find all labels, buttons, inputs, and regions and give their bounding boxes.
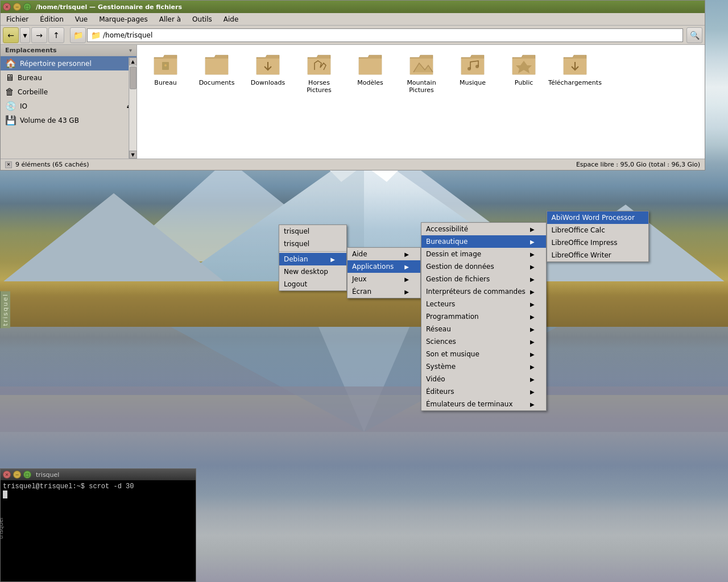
ctx-programmation[interactable]: Programmation ▶ [421, 310, 546, 323]
location-toggle[interactable]: 📁 [70, 27, 86, 43]
ctx-ecran-arrow: ▶ [404, 289, 409, 295]
sidebar-item-home[interactable]: 🏠 Répertoire personnel [1, 56, 136, 70]
ctx-abiword[interactable]: AbiWord Word Processor [547, 211, 648, 224]
up-button[interactable]: ↑ [48, 27, 64, 43]
debian-submenu: Aide ▶ Applications ▶ Jeux ▶ Écran ▶ [347, 247, 421, 298]
ctx-aide-arrow: ▶ [404, 251, 409, 257]
ctx-sciences[interactable]: Sciences ▶ [421, 335, 546, 348]
address-bar[interactable]: 📁 /home/trisquel [87, 28, 683, 42]
menu-fichier[interactable]: Fichier [3, 15, 32, 24]
terminal-minimize-button[interactable]: − [13, 471, 21, 479]
folder-bureau[interactable]: Bureau [143, 51, 188, 96]
ctx-bureautique[interactable]: Bureautique ▶ [421, 235, 546, 248]
ctx-systeme[interactable]: Système ▶ [421, 360, 546, 373]
ctx-dessin[interactable]: Dessin et image ▶ [421, 248, 546, 260]
ctx-gestion-donnees-arrow: ▶ [530, 264, 535, 270]
terminal-titlebar: ✕ − □ trisquel [1, 469, 196, 480]
search-button[interactable]: 🔍 [686, 27, 702, 43]
ctx-lecteurs[interactable]: Lecteurs ▶ [421, 298, 546, 310]
folder-telecharger-label: Téléchargements [548, 79, 602, 86]
ctx-interpreteurs[interactable]: Interpréteurs de commandes ▶ [421, 285, 546, 298]
ctx-editeurs-arrow: ▶ [530, 389, 535, 395]
ctx-trisquel-1[interactable]: trisquel [279, 225, 346, 238]
folder-mountain[interactable]: Mountain Pictures [399, 51, 444, 96]
minimize-button[interactable]: − [13, 3, 21, 11]
ctx-emulateurs[interactable]: Émulateurs de terminaux ▶ [421, 398, 546, 410]
file-manager-window: ✕ − □ /home/trisquel — Gestionnaire de f… [0, 0, 705, 171]
ctx-logout[interactable]: Logout [279, 278, 346, 290]
ctx-aide[interactable]: Aide ▶ [348, 248, 420, 260]
address-text: /home/trisquel [103, 31, 152, 39]
ctx-ecran[interactable]: Écran ▶ [348, 285, 420, 298]
ctx-accessibilite-arrow: ▶ [530, 226, 535, 232]
sidebar-item-corbeille[interactable]: 🗑 Corbeille [1, 85, 136, 99]
ctx-gestion-fichiers[interactable]: Gestion de fichiers ▶ [421, 273, 546, 285]
terminal-maximize-button[interactable]: □ [23, 471, 31, 479]
ctx-reseau[interactable]: Réseau ▶ [421, 323, 546, 335]
scroll-up-button[interactable]: ▲ [129, 57, 137, 65]
sidebar-item-label-home: Répertoire personnel [20, 60, 92, 68]
menu-vue[interactable]: Vue [72, 15, 91, 24]
folder-documents[interactable]: Documents [194, 51, 239, 96]
sidebar-header-label: Emplacements [5, 47, 57, 54]
folder-horses-icon [305, 53, 333, 77]
sidebar-item-label-bureau: Bureau [18, 74, 42, 82]
terminal-body[interactable]: trisquel@trisquel:~$ scrot -d 30 [1, 480, 196, 581]
ctx-son[interactable]: Son et musique ▶ [421, 348, 546, 360]
ctx-interpreteurs-arrow: ▶ [530, 289, 535, 295]
ctx-gestion-donnees[interactable]: Gestion de données ▶ [421, 260, 546, 273]
folder-downloads[interactable]: Downloads [245, 51, 291, 96]
ctx-libreoffice-impress[interactable]: LibreOffice Impress [547, 236, 648, 249]
maximize-button[interactable]: □ [23, 3, 31, 11]
ctx-video[interactable]: Vidéo ▶ [421, 373, 546, 385]
scroll-down-button[interactable]: ▼ [129, 151, 137, 159]
svg-point-14 [164, 64, 167, 66]
folder-horses[interactable]: Horses Pictures [296, 51, 342, 96]
ctx-jeux[interactable]: Jeux ▶ [348, 273, 420, 285]
folder-musique-label: Musique [460, 79, 486, 86]
folder-musique[interactable]: Musique [450, 51, 495, 96]
sidebar-header: Emplacements ▾ [1, 45, 136, 56]
trisquel-side-label: trisquel [0, 291, 10, 328]
menu-edition[interactable]: Édition [36, 15, 67, 24]
ctx-emulateurs-arrow: ▶ [530, 401, 535, 408]
folder-public-label: Public [515, 79, 533, 86]
folder-public[interactable]: Public [501, 51, 547, 96]
ctx-video-arrow: ▶ [530, 376, 535, 383]
ctx-libreoffice-calc[interactable]: LibreOffice Calc [547, 224, 648, 236]
ctx-editeurs[interactable]: Éditeurs ▶ [421, 385, 546, 398]
folder-public-icon [510, 53, 537, 77]
status-close-button[interactable]: ✕ [5, 161, 12, 168]
menu-outils[interactable]: Outils [189, 15, 216, 24]
close-button[interactable]: ✕ [3, 3, 11, 11]
toolbar: ← ▾ → ↑ 📁 📁 /home/trisquel 🔍 [1, 26, 705, 45]
ctx-son-arrow: ▶ [530, 351, 535, 357]
ctx-applications[interactable]: Applications ▶ [348, 260, 420, 273]
sidebar-item-volume[interactable]: 💾 Volume de 43 GB [1, 113, 136, 127]
terminal-close-button[interactable]: ✕ [3, 471, 11, 479]
window-title: /home/trisquel — Gestionnaire de fichier… [34, 3, 702, 11]
folder-horses-label: Horses Pictures [299, 79, 340, 94]
scroll-thumb[interactable] [130, 66, 136, 89]
sidebar-toggle[interactable]: ▾ [129, 47, 132, 53]
sidebar-item-bureau[interactable]: 🖥 Bureau [1, 70, 136, 85]
ctx-dessin-arrow: ▶ [530, 251, 535, 257]
ctx-trisquel-2[interactable]: trisquel [279, 238, 346, 250]
forward-dropdown[interactable]: ▾ [20, 27, 30, 43]
ctx-gestion-fichiers-arrow: ▶ [530, 276, 535, 282]
ctx-libreoffice-writer[interactable]: LibreOffice Writer [547, 249, 648, 261]
forward-button[interactable]: → [31, 27, 47, 43]
back-button[interactable]: ← [3, 27, 19, 43]
menu-aide[interactable]: Aide [220, 15, 242, 24]
menu-marque-pages[interactable]: Marque-pages [96, 15, 151, 24]
ctx-sciences-arrow: ▶ [530, 339, 535, 345]
free-space: Espace libre : 95,0 Gio (total : 96,3 Gi… [576, 161, 700, 168]
ctx-programmation-arrow: ▶ [530, 314, 535, 320]
ctx-debian[interactable]: Debian ▶ [279, 253, 346, 265]
ctx-new-desktop[interactable]: New desktop [279, 265, 346, 278]
ctx-accessibilite[interactable]: Accessibilité ▶ [421, 223, 546, 235]
folder-modeles[interactable]: Modèles [348, 51, 393, 96]
menu-aller-a[interactable]: Aller à [156, 15, 184, 24]
sidebar-item-io[interactable]: 💿 IO ⏏ [1, 99, 136, 113]
folder-telecharger[interactable]: Téléchargements [552, 51, 598, 96]
